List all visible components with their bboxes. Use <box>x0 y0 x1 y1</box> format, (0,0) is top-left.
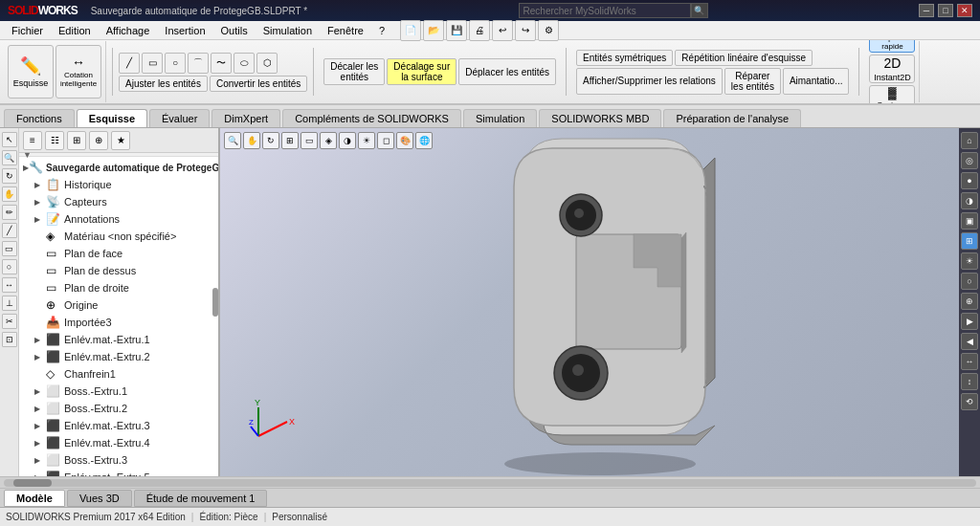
search-button[interactable]: 🔍 <box>691 3 708 18</box>
vp-right-rotate[interactable]: ⟲ <box>961 393 978 410</box>
3d-viewport[interactable]: 🔍 ✋ ↻ ⊞ ▭ ◈ ◑ ☀ ◻ 🎨 🌐 <box>220 128 980 476</box>
vp-right-view2[interactable]: ● <box>961 172 978 189</box>
tree-enlev2[interactable]: ▶ ⬛ Enlév.mat.-Extru.2 <box>19 348 218 365</box>
spline-btn[interactable]: 〜 <box>211 53 232 74</box>
tree-capteurs[interactable]: ▶ 📡 Capteurs <box>19 193 218 210</box>
sidebar-star-btn[interactable]: ★ <box>111 131 130 150</box>
vp-right-light[interactable]: ☀ <box>961 252 978 270</box>
menu-outils[interactable]: Outils <box>213 23 256 38</box>
tab-modele[interactable]: Modèle <box>4 490 65 507</box>
reparer-btn[interactable]: Réparerles entités <box>724 68 781 95</box>
menu-edition[interactable]: Edition <box>51 23 99 38</box>
vp-scene-btn[interactable]: 🌐 <box>415 132 433 149</box>
left-dim-btn[interactable]: ↔ <box>2 277 17 293</box>
save-btn[interactable]: 💾 <box>446 20 467 41</box>
tab-mbd[interactable]: SOLIDWORKS MBD <box>539 109 661 127</box>
smart-dimension-button[interactable]: ↔ Cotationintelligente <box>56 45 101 99</box>
left-trim-btn[interactable]: ✂ <box>2 314 17 329</box>
maximize-button[interactable]: □ <box>938 4 953 17</box>
convert-entities-btn[interactable]: Convertir les entités <box>210 76 307 92</box>
left-offset-btn[interactable]: ⊡ <box>2 332 17 347</box>
polygon-btn[interactable]: ⬡ <box>256 53 278 74</box>
menu-fichier[interactable]: Fichier <box>4 23 51 38</box>
tree-enlev5[interactable]: ▶ ⬛ Enlév.mat.-Extru.5 <box>19 469 218 476</box>
vp-right-play[interactable]: ▶ <box>961 313 978 330</box>
scroll-track[interactable] <box>4 479 976 487</box>
vp-normal-btn[interactable]: ▭ <box>301 132 318 149</box>
instant2d-btn[interactable]: 2D Instant2D <box>869 55 915 83</box>
vp-right-circle[interactable]: ○ <box>961 273 978 290</box>
left-rect-btn[interactable]: ▭ <box>2 241 17 256</box>
vp-section-btn[interactable]: ◑ <box>339 132 356 149</box>
tree-root[interactable]: ▶ 🔧 Sauvegarde automatique de ProtegeGB <box>19 159 218 176</box>
vp-light-btn[interactable]: ☀ <box>358 132 375 149</box>
vp-right-view4[interactable]: ▣ <box>961 212 978 230</box>
show-hide-relations-btn[interactable]: Afficher/Supprimer les relations <box>576 68 723 95</box>
tree-historique[interactable]: ▶ 📋 Historique <box>19 176 218 193</box>
left-sketch-btn[interactable]: ✏ <box>2 205 17 220</box>
minimize-button[interactable]: ─ <box>919 4 934 17</box>
sidebar-list-btn[interactable]: ☷ <box>45 131 64 150</box>
tree-origine[interactable]: ⊕ Origine <box>19 296 218 314</box>
left-circle-btn[interactable]: ○ <box>2 259 17 274</box>
circle-btn[interactable]: ○ <box>165 53 186 74</box>
tree-enlev1[interactable]: ▶ ⬛ Enlév.mat.-Extru.1 <box>19 331 218 348</box>
deplacer-entites-btn[interactable]: Déplacer les entités <box>458 58 556 85</box>
tab-dimxpert[interactable]: DimXpert <box>212 109 280 127</box>
vp-right-home[interactable]: ⌂ <box>961 132 978 149</box>
tree-annotations[interactable]: ▶ 📝 Annotations <box>19 210 218 228</box>
left-zoom-btn[interactable]: 🔍 <box>2 150 17 165</box>
search-input[interactable] <box>519 3 691 18</box>
tree-enlev3[interactable]: ▶ ⬛ Enlév.mat.-Extru.3 <box>19 417 218 434</box>
vp-hide-btn[interactable]: ◻ <box>377 132 394 149</box>
entites-symetriques-btn[interactable]: Entités symétriques <box>576 50 673 66</box>
tab-vues3d[interactable]: Vues 3D <box>67 490 132 507</box>
left-pan-btn[interactable]: ✋ <box>2 186 17 202</box>
tree-material[interactable]: ◈ Matériau <non spécifié> <box>19 228 218 245</box>
vp-rotate-btn[interactable]: ↻ <box>262 132 279 149</box>
close-button[interactable]: ✕ <box>957 4 972 17</box>
sidebar-resize-handle[interactable] <box>212 288 218 317</box>
vp-view-btn[interactable]: ◈ <box>320 132 337 149</box>
contours-btn[interactable]: ▓ Contoursd'esquisse ombrées <box>869 85 915 105</box>
vp-right-view3[interactable]: ◑ <box>961 192 978 209</box>
sidebar-grid-btn[interactable]: ⊞ <box>67 131 86 150</box>
vp-right-back[interactable]: ◀ <box>961 333 978 350</box>
tab-etude[interactable]: Étude de mouvement 1 <box>134 490 268 507</box>
scroll-thumb[interactable] <box>13 479 52 487</box>
repetition-btn[interactable]: Répétition linéaire d'esquisse <box>675 50 813 66</box>
tab-preparation[interactable]: Préparation de l'analyse <box>663 109 801 127</box>
ellipse-btn[interactable]: ⬭ <box>234 53 255 74</box>
menu-simulation[interactable]: Simulation <box>256 23 320 38</box>
tree-plan-dessus[interactable]: ▭ Plan de dessus <box>19 262 218 279</box>
sidebar-menu-btn[interactable]: ≡ <box>23 131 42 150</box>
tab-simulation[interactable]: Simulation <box>463 109 537 127</box>
vp-right-view1[interactable]: ◎ <box>961 152 978 169</box>
tree-plan-face[interactable]: ▭ Plan de face <box>19 245 218 262</box>
menu-affichage[interactable]: Affichage <box>99 23 158 38</box>
tree-chanfrein1[interactable]: ◇ Chanfrein1 <box>19 365 218 383</box>
decaler-entites-btn[interactable]: Décaler lesentités <box>323 58 385 85</box>
tab-esquisse[interactable]: Esquisse <box>77 109 147 127</box>
left-line-btn[interactable]: ╱ <box>2 223 17 238</box>
vp-right-vscale[interactable]: ↕ <box>961 373 978 390</box>
tab-evaluer[interactable]: Évaluer <box>149 109 210 127</box>
aimantation-btn[interactable]: Aimantatio... <box>783 68 850 95</box>
vp-right-hscale[interactable]: ↔ <box>961 353 978 370</box>
tab-fonctions[interactable]: Fonctions <box>4 109 75 127</box>
print-btn[interactable]: 🖨 <box>469 20 490 41</box>
tree-importee3[interactable]: 📥 Importée3 <box>19 314 218 331</box>
tree-plan-droite[interactable]: ▭ Plan de droite <box>19 279 218 296</box>
rect-btn[interactable]: ▭ <box>142 53 163 74</box>
tree-enlev4[interactable]: ▶ ⬛ Enlév.mat.-Extru.4 <box>19 434 218 451</box>
tree-boss1[interactable]: ▶ ⬜ Boss.-Extru.1 <box>19 383 218 400</box>
left-select-btn[interactable]: ↖ <box>2 132 17 147</box>
tree-boss2[interactable]: ▶ ⬜ Boss.-Extru.2 <box>19 400 218 417</box>
vp-right-view5[interactable]: ⊞ <box>961 232 978 250</box>
new-btn[interactable]: 📄 <box>400 20 421 41</box>
menu-fenetre[interactable]: Fenêtre <box>320 23 371 38</box>
menu-insertion[interactable]: Insertion <box>157 23 212 38</box>
open-btn[interactable]: 📂 <box>423 20 444 41</box>
vp-appearance-btn[interactable]: 🎨 <box>396 132 413 149</box>
undo-btn[interactable]: ↩ <box>492 20 513 41</box>
